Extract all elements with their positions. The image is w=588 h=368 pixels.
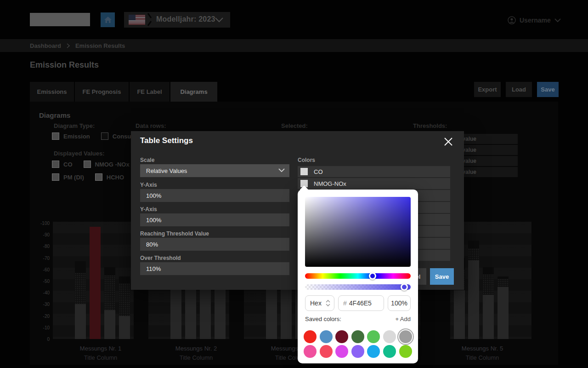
tab-emissions[interactable]: Emissions <box>30 82 74 102</box>
chart-bar[interactable] <box>483 267 494 339</box>
modal-save-button[interactable]: Save <box>430 268 454 285</box>
field-label: Over Threshold <box>140 255 181 261</box>
y-axis-tick-label: -10 <box>37 325 50 330</box>
close-icon[interactable] <box>443 137 453 147</box>
checkbox-label: Emission <box>63 133 90 140</box>
color-row[interactable]: CO <box>298 166 450 177</box>
checkbox-option-co[interactable]: CO <box>52 161 73 168</box>
bar-segment-solid <box>185 283 196 339</box>
checkbox[interactable] <box>52 173 59 181</box>
bar-segment-solid <box>215 288 226 339</box>
user-avatar-icon <box>508 16 516 24</box>
saved-color-swatch[interactable] <box>367 330 380 343</box>
saved-color-swatch[interactable] <box>335 345 348 358</box>
checkbox[interactable] <box>84 161 91 168</box>
saved-color-swatch[interactable] <box>383 330 396 343</box>
saved-color-swatch[interactable] <box>320 330 333 343</box>
divider <box>147 13 152 18</box>
chart-bar[interactable] <box>498 276 509 339</box>
y-axis-tick-label: -70 <box>37 256 50 261</box>
divider <box>147 21 152 26</box>
field-input[interactable]: 110% <box>140 262 289 275</box>
checkbox-option-pm-di-[interactable]: PM (DI) <box>52 173 84 181</box>
checkbox[interactable] <box>52 132 59 140</box>
y-axis-tick-label: -80 <box>37 244 50 249</box>
checkbox[interactable] <box>52 161 59 168</box>
color-row[interactable]: NMOG-NOx <box>298 178 450 189</box>
chart-bar[interactable] <box>119 276 130 339</box>
alpha-slider-handle[interactable] <box>401 283 408 291</box>
saved-color-swatch[interactable] <box>399 345 412 358</box>
chart-bar[interactable] <box>90 227 101 339</box>
checkbox-option-emission[interactable]: Emission <box>52 132 90 140</box>
alpha-slider[interactable] <box>305 284 411 290</box>
saved-color-swatch[interactable] <box>383 345 396 358</box>
load-button[interactable]: Load <box>506 82 532 97</box>
app-root: Modelljahr: 2023 Username Dashboard Emis… <box>0 0 588 368</box>
page-title: Emission Results <box>30 60 99 70</box>
model-year-selector[interactable]: Modelljahr: 2023 <box>124 12 230 28</box>
saved-color-swatch[interactable] <box>399 330 412 343</box>
bar-segment-solid <box>454 290 465 339</box>
chevron-down-icon <box>278 168 285 172</box>
bar-segment-hatched <box>119 283 130 316</box>
hash-prefix: # <box>343 299 347 307</box>
color-mode-select[interactable]: Hex <box>305 295 334 311</box>
section-heading: Diagrams <box>39 111 70 119</box>
hex-value: 4F46E5 <box>349 299 372 307</box>
field-input[interactable]: 100% <box>140 213 289 226</box>
tab-fe-label[interactable]: FE Label <box>130 82 170 102</box>
color-row-label: CO <box>314 168 323 175</box>
saved-color-swatch[interactable] <box>304 345 317 358</box>
bar-segment-hatched <box>104 275 115 310</box>
hue-slider-handle[interactable] <box>369 272 376 280</box>
saturation-gradient-area[interactable] <box>305 197 411 267</box>
home-button[interactable] <box>101 12 115 27</box>
hex-value-input[interactable]: # 4F46E5 <box>338 295 384 311</box>
saved-color-swatch[interactable] <box>367 345 380 358</box>
checkbox-option-hcho[interactable]: HCHO <box>95 173 124 181</box>
saved-color-swatch[interactable] <box>351 345 364 358</box>
y-axis-tick-label: -30 <box>37 302 50 307</box>
checkbox[interactable] <box>95 173 102 181</box>
add-color-button[interactable]: + Add <box>395 316 411 322</box>
checkbox[interactable] <box>101 132 108 140</box>
checkbox-option-nmog-nox[interactable]: NMOG -NOx <box>84 161 130 168</box>
saved-color-swatch[interactable] <box>304 330 317 343</box>
saved-color-swatch[interactable] <box>320 345 333 358</box>
saved-color-swatch[interactable] <box>351 330 364 343</box>
user-menu[interactable]: Username <box>508 15 563 25</box>
chart-group-label: Messungs Nr. 2 <box>156 345 237 352</box>
chart-bar[interactable] <box>468 241 479 339</box>
bar-segment-hatched <box>75 273 86 304</box>
brand-logo <box>30 13 90 26</box>
saved-colors-header: Saved colors: + Add <box>305 316 411 322</box>
color-swatch[interactable] <box>300 168 308 175</box>
y-axis-tick-label: -20 <box>37 314 50 319</box>
field-label: Reaching Threshold Value <box>140 230 209 237</box>
checkbox-label: NMOG -NOx <box>95 161 130 168</box>
export-button[interactable]: Export <box>474 82 501 97</box>
saved-color-swatch[interactable] <box>335 330 348 343</box>
y-axis-tick-label: -50 <box>37 279 50 284</box>
bar-segment-solid <box>266 287 277 339</box>
scale-select[interactable]: Relative Values <box>140 164 289 177</box>
tab-fe-prognosis[interactable]: FE Prognosis <box>75 82 129 102</box>
hue-slider[interactable] <box>305 273 411 279</box>
username-label: Username <box>520 17 551 24</box>
tab-diagrams[interactable]: Diagrams <box>170 82 217 102</box>
bar-segment-solid <box>200 287 211 339</box>
breadcrumb-dashboard[interactable]: Dashboard <box>30 42 61 49</box>
chart-bar[interactable] <box>104 267 115 339</box>
field-input[interactable]: 100% <box>140 189 289 202</box>
bar-segment-solid <box>104 310 115 339</box>
color-row-label: NMOG-NOx <box>314 180 346 187</box>
bar-segment-solid <box>119 316 130 339</box>
alpha-value-input[interactable]: 100% <box>388 295 411 311</box>
chart-bar[interactable] <box>75 261 86 339</box>
save-button[interactable]: Save <box>537 82 559 97</box>
field-label: Y-Axis <box>140 182 157 188</box>
select-value: Relative Values <box>146 167 187 174</box>
field-input[interactable]: 80% <box>140 238 289 251</box>
bar-segment-solid <box>483 295 494 339</box>
